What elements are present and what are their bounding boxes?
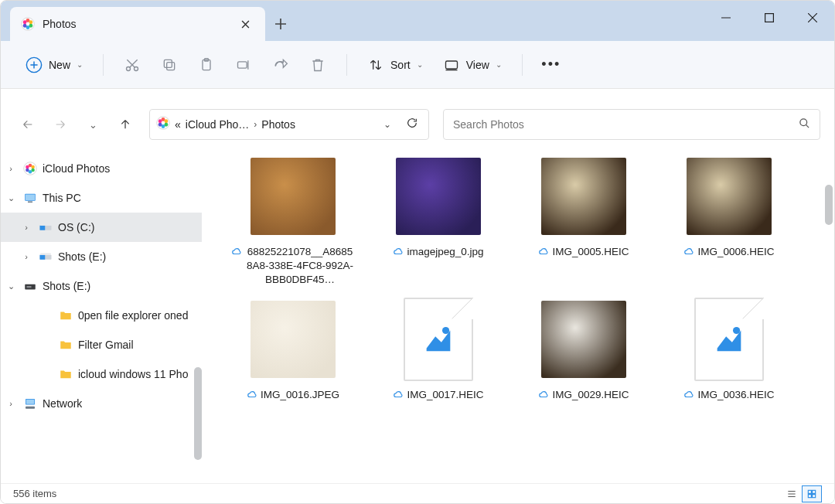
up-button[interactable]: [112, 111, 138, 138]
tree-item-icon: [58, 308, 73, 323]
tree-item[interactable]: ⌄This PC: [1, 183, 202, 213]
breadcrumb-prefix[interactable]: «: [175, 118, 181, 131]
tree-item[interactable]: ⌄Shots (E:): [1, 271, 202, 301]
svg-rect-11: [167, 62, 175, 70]
view-icon: [443, 56, 460, 73]
chevron-icon: ⌄: [4, 281, 18, 291]
copy-button[interactable]: [153, 52, 186, 78]
file-caption: 68825221078__A86858A8-338E-4FC8-992A-BBB…: [231, 245, 355, 288]
search-icon: [799, 117, 810, 131]
close-button[interactable]: [791, 1, 834, 35]
chevron-icon: ›: [4, 399, 18, 408]
tree-item[interactable]: ›Shots (E:): [1, 242, 202, 271]
thumbnail-image: [250, 301, 336, 378]
cloud-icon: [393, 389, 404, 404]
tree-item-icon: [22, 161, 38, 176]
chevron-down-icon: ⌄: [417, 60, 423, 69]
tree-item-label: Filter Gmail: [78, 339, 134, 351]
sort-button[interactable]: Sort ⌄: [360, 52, 431, 78]
file-name: IMG_0017.HEIC: [407, 388, 483, 402]
title-bar: Photos: [1, 1, 834, 41]
file-item[interactable]: 68825221078__A86858A8-338E-4FC8-992A-BBB…: [223, 151, 363, 288]
back-button[interactable]: [15, 111, 41, 138]
file-thumbnail: [679, 152, 779, 240]
file-caption: IMG_0036.HEIC: [683, 388, 774, 404]
window-controls: [704, 1, 834, 35]
tree-item-label: iCloud Photos: [43, 162, 110, 175]
tree-item[interactable]: ›Network: [1, 389, 202, 418]
new-tab-button[interactable]: [265, 7, 296, 41]
file-item[interactable]: IMG_0006.HEIC: [659, 151, 799, 288]
minimize-button[interactable]: [704, 1, 748, 35]
tree-item[interactable]: Filter Gmail: [1, 330, 202, 359]
separator: [346, 54, 347, 76]
details-view-button[interactable]: [782, 485, 802, 502]
address-bar[interactable]: « iCloud Pho… › Photos ⌄: [149, 109, 429, 140]
placeholder-doc-icon: [694, 298, 764, 381]
more-button[interactable]: •••: [535, 52, 567, 78]
file-name: IMG_0029.HEIC: [552, 388, 629, 402]
breadcrumb-photos[interactable]: Photos: [261, 118, 295, 131]
tree-item-label: This PC: [43, 192, 81, 204]
scrollbar-thumb[interactable]: [825, 185, 833, 225]
svg-rect-37: [40, 224, 51, 226]
search-input[interactable]: [453, 118, 799, 131]
tree-item-label: OS (C:): [58, 221, 94, 233]
file-item[interactable]: IMG_0016.JPEG: [223, 294, 363, 404]
paste-button[interactable]: [190, 52, 223, 78]
toolbar: New ⌄ Sort ⌄ View ⌄ •••: [1, 41, 834, 89]
main-split: ›iCloud Photos⌄This PC›OS (C:)›Shots (E:…: [1, 151, 834, 483]
svg-rect-48: [808, 490, 811, 493]
cloud-icon: [538, 389, 549, 404]
tab-close-button[interactable]: [236, 15, 254, 33]
file-item[interactable]: IMG_0036.HEIC: [659, 294, 799, 404]
new-button[interactable]: New ⌄: [18, 52, 90, 78]
rename-button[interactable]: [227, 52, 260, 78]
svg-rect-45: [26, 407, 35, 409]
search-box[interactable]: [443, 109, 820, 140]
forward-button[interactable]: [47, 111, 73, 138]
file-item[interactable]: IMG_0005.HEIC: [514, 151, 653, 288]
svg-point-19: [165, 119, 169, 123]
thumbnail-image: [250, 158, 336, 235]
tree-item-label: Shots (E:): [43, 280, 90, 292]
tree-item-icon: [38, 249, 53, 264]
file-grid: 68825221078__A86858A8-338E-4FC8-992A-BBB…: [202, 151, 834, 404]
maximize-button[interactable]: [748, 1, 791, 35]
recent-locations-button[interactable]: ⌄: [80, 111, 106, 138]
file-item[interactable]: imagejpeg_0.jpg: [369, 151, 508, 288]
view-button[interactable]: View ⌄: [435, 52, 510, 78]
svg-rect-44: [26, 400, 35, 404]
tree-item[interactable]: 0pen file explorer oned: [1, 301, 202, 330]
nav-area: ⌄ « iCloud Pho… › Photos ⌄: [1, 103, 834, 146]
share-button[interactable]: [264, 52, 297, 78]
file-thumbnail: [243, 295, 343, 383]
breadcrumb-icloud[interactable]: iCloud Pho…: [186, 118, 250, 131]
scrollbar-thumb[interactable]: [194, 367, 202, 460]
sort-label: Sort: [390, 59, 411, 71]
svg-point-30: [26, 169, 29, 172]
file-name: IMG_0005.HEIC: [552, 245, 629, 259]
thumbnails-view-button[interactable]: [802, 485, 822, 502]
tree-item[interactable]: ›iCloud Photos: [1, 154, 202, 183]
file-name: IMG_0006.HEIC: [697, 245, 774, 259]
file-item[interactable]: IMG_0029.HEIC: [514, 294, 653, 404]
tree-item[interactable]: icloud windows 11 Pho: [1, 359, 202, 389]
tree-item[interactable]: ›OS (C:): [1, 213, 202, 242]
svg-rect-12: [164, 60, 172, 67]
file-item[interactable]: IMG_0017.HEIC: [369, 294, 508, 404]
cloud-icon: [683, 389, 694, 404]
photos-app-icon: [156, 116, 170, 133]
file-caption: imagejpeg_0.jpg: [393, 245, 483, 261]
thumbnail-image: [541, 158, 626, 235]
delete-button[interactable]: [302, 52, 334, 78]
view-label: View: [466, 59, 489, 71]
tab-photos[interactable]: Photos: [10, 7, 265, 41]
address-dropdown-button[interactable]: ⌄: [377, 119, 397, 130]
refresh-button[interactable]: [402, 117, 422, 132]
cut-button[interactable]: [116, 52, 148, 78]
file-thumbnail: [388, 152, 489, 240]
cloud-icon: [231, 246, 242, 261]
svg-rect-50: [808, 494, 811, 497]
nav-tree: ›iCloud Photos⌄This PC›OS (C:)›Shots (E:…: [1, 151, 202, 483]
